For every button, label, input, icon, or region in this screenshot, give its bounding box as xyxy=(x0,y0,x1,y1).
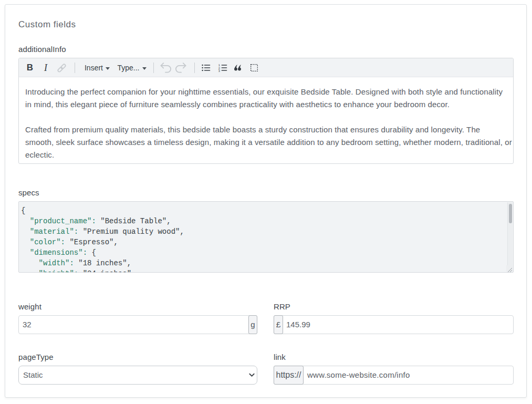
svg-text:3: 3 xyxy=(218,69,220,72)
